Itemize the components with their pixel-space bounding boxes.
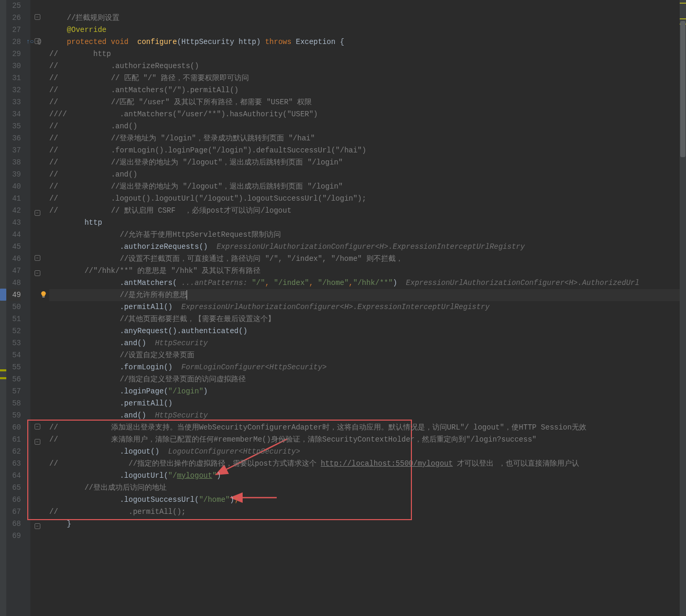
line-number[interactable]: 25 bbox=[6, 0, 21, 12]
line-number[interactable]: 39 bbox=[6, 169, 21, 181]
line-number[interactable]: 30 bbox=[6, 60, 21, 72]
code-line[interactable]: @Override bbox=[49, 24, 686, 36]
fold-toggle-icon[interactable]: − bbox=[35, 210, 40, 216]
scrollbar-thumb[interactable] bbox=[680, 21, 685, 157]
code-line[interactable]: −// 添加退出登录支持。当使用WebSecurityConfigurerAda… bbox=[49, 422, 686, 434]
code-line[interactable]: // .permitAll(); bbox=[49, 506, 686, 518]
code-area[interactable]: − //拦截规则设置 @Override− protected void con… bbox=[30, 0, 686, 616]
line-number[interactable]: 43 bbox=[6, 217, 21, 229]
code-line[interactable]: // http bbox=[49, 48, 686, 60]
code-line[interactable] bbox=[49, 530, 686, 542]
line-number[interactable]: 37 bbox=[6, 145, 21, 157]
code-line[interactable]: − //拦截规则设置 bbox=[49, 12, 686, 24]
code-line[interactable]: .permitAll() ExpressionUrlAuthorizationC… bbox=[49, 301, 686, 313]
code-line[interactable]: //其他页面都要拦截，【需要在最后设置这个】 bbox=[49, 313, 686, 325]
code-line[interactable]: //是允许所有的意思 bbox=[49, 289, 686, 301]
code-line[interactable]: .anyRequest().authenticated() bbox=[49, 325, 686, 337]
line-number[interactable]: 32 bbox=[6, 84, 21, 96]
code-line[interactable]: http bbox=[49, 217, 686, 229]
fold-toggle-icon[interactable]: − bbox=[35, 38, 40, 44]
code-line[interactable]: //设置自定义登录页面 bbox=[49, 349, 686, 361]
code-line[interactable]: //指定自定义登录页面的访问虚拟路径 bbox=[49, 373, 686, 386]
fold-toggle-icon[interactable]: − bbox=[35, 14, 40, 20]
line-number[interactable]: 46 bbox=[6, 253, 21, 265]
line-number[interactable]: 69 bbox=[6, 530, 21, 542]
fold-toggle-icon[interactable]: − bbox=[35, 523, 40, 529]
line-number[interactable]: 40 bbox=[6, 181, 21, 193]
line-number[interactable]: 64 bbox=[6, 470, 21, 482]
code-line[interactable] bbox=[49, 0, 686, 12]
code-line[interactable]: −// // 默认启用 CSRF ，必须post才可以访问/logout bbox=[49, 205, 686, 217]
line-number[interactable]: 53 bbox=[6, 337, 21, 349]
line-number[interactable]: 29 bbox=[6, 48, 21, 60]
code-line[interactable]: .and() HttpSecurity bbox=[49, 410, 686, 422]
fold-toggle-icon[interactable]: − bbox=[35, 439, 40, 445]
code-line[interactable]: − //"/hhk/**" 的意思是 "/hhk" 及其以下所有路径 bbox=[49, 265, 686, 277]
fold-toggle-icon[interactable]: − bbox=[35, 255, 40, 261]
code-line[interactable]: // .antMatchers("/").permitAll() bbox=[49, 84, 686, 96]
code-line[interactable]: − } bbox=[49, 518, 686, 530]
code-line[interactable]: // // 匹配 "/" 路径，不需要权限即可访问 bbox=[49, 72, 686, 84]
vertical-scrollbar[interactable] bbox=[680, 0, 686, 616]
code-line[interactable]: // //指定的登出操作的虚拟路径，需要以post方式请求这个 http://l… bbox=[49, 458, 686, 470]
code-line[interactable]: // //匹配 "/user" 及其以下所有路径，都需要 "USER" 权限 bbox=[49, 96, 686, 108]
line-number[interactable]: 26 bbox=[6, 12, 21, 24]
code-line[interactable]: // .formLogin().loginPage("/login").defa… bbox=[49, 145, 686, 157]
line-number[interactable]: 67 bbox=[6, 506, 21, 518]
line-number[interactable]: 47 bbox=[6, 265, 21, 277]
line-number[interactable]: 49 bbox=[6, 289, 21, 301]
line-number[interactable]: 52 bbox=[6, 325, 21, 337]
line-number[interactable]: 63 bbox=[6, 458, 21, 470]
line-number[interactable]: 42 bbox=[6, 205, 21, 217]
line-number[interactable]: 34 bbox=[6, 108, 21, 120]
line-number[interactable]: 59 bbox=[6, 410, 21, 422]
code-line[interactable]: .and() HttpSecurity bbox=[49, 337, 686, 349]
code-line[interactable]: //// .antMatchers("/user/**").hasAuthori… bbox=[49, 108, 686, 120]
line-number[interactable]: 45 bbox=[6, 241, 21, 253]
line-number[interactable]: 55 bbox=[6, 361, 21, 373]
line-number[interactable]: 68 bbox=[6, 518, 21, 530]
line-number-gutter[interactable]: 25262728↑○ @2930313233343536373839404142… bbox=[6, 0, 30, 616]
code-line[interactable]: // .and() bbox=[49, 120, 686, 133]
code-line[interactable]: − protected void configure(HttpSecurity … bbox=[49, 36, 686, 48]
line-number[interactable]: 65 bbox=[6, 482, 21, 494]
code-line[interactable]: .logoutSuccessUrl("/home"); bbox=[49, 494, 686, 506]
line-number[interactable]: 51 bbox=[6, 313, 21, 325]
fold-toggle-icon[interactable]: − bbox=[35, 270, 40, 276]
line-number[interactable]: 27 bbox=[6, 24, 21, 36]
code-line[interactable]: //允许基于使用HttpServletRequest限制访问 bbox=[49, 229, 686, 241]
line-number[interactable]: 48 bbox=[6, 277, 21, 289]
code-line[interactable]: //登出成功后访问的地址 bbox=[49, 482, 686, 494]
code-line[interactable]: .formLogin() FormLoginConfigurer<HttpSec… bbox=[49, 361, 686, 373]
line-number[interactable]: 56 bbox=[6, 373, 21, 386]
code-line[interactable]: .loginPage("/login") bbox=[49, 386, 686, 398]
code-line[interactable]: // .and() bbox=[49, 169, 686, 181]
code-line[interactable]: − //设置不拦截页面，可直接通过，路径访问 "/", "/index", "/… bbox=[49, 253, 686, 265]
code-line[interactable]: // .logout().logoutUrl("/logout").logout… bbox=[49, 193, 686, 205]
code-editor[interactable]: 25262728↑○ @2930313233343536373839404142… bbox=[0, 0, 686, 616]
line-number[interactable]: 44 bbox=[6, 229, 21, 241]
code-line[interactable]: .authorizeRequests() ExpressionUrlAuthor… bbox=[49, 241, 686, 253]
line-number[interactable]: 62 bbox=[6, 446, 21, 458]
intention-bulb-icon[interactable] bbox=[40, 290, 47, 298]
line-number[interactable]: 57 bbox=[6, 386, 21, 398]
line-number[interactable]: 50 bbox=[6, 301, 21, 313]
code-line[interactable]: .logout() LogoutConfigurer<HttpSecurity> bbox=[49, 446, 686, 458]
line-number[interactable]: 31 bbox=[6, 72, 21, 84]
line-number[interactable]: 38 bbox=[6, 157, 21, 169]
code-line[interactable]: .logoutUrl("/mylogout") bbox=[49, 470, 686, 482]
line-number[interactable]: 36 bbox=[6, 133, 21, 145]
code-line[interactable]: // //退出登录的地址为 "/logout"，退出成功后跳转到页面 "/log… bbox=[49, 181, 686, 193]
line-number[interactable]: 35 bbox=[6, 120, 21, 133]
line-number[interactable]: 61 bbox=[6, 434, 21, 446]
line-number[interactable]: 60 bbox=[6, 422, 21, 434]
code-line[interactable]: .antMatchers( ...antPatterns: "/", "/ind… bbox=[49, 277, 686, 289]
code-line[interactable]: −// 来清除用户，清除已配置的任何#rememberMe()身份验证，清除Se… bbox=[49, 434, 686, 446]
line-number[interactable]: 41 bbox=[6, 193, 21, 205]
line-number[interactable]: 28↑○ @ bbox=[6, 36, 21, 48]
code-line[interactable]: // //退出登录的地址为 "/logout"，退出成功后跳转到页面 "/log… bbox=[49, 157, 686, 169]
code-line[interactable]: // //登录地址为 "/login"，登录成功默认跳转到页面 "/hai" bbox=[49, 133, 686, 145]
line-number[interactable]: 33 bbox=[6, 96, 21, 108]
code-line[interactable]: // .authorizeRequests() bbox=[49, 60, 686, 72]
line-number[interactable]: 54 bbox=[6, 349, 21, 361]
